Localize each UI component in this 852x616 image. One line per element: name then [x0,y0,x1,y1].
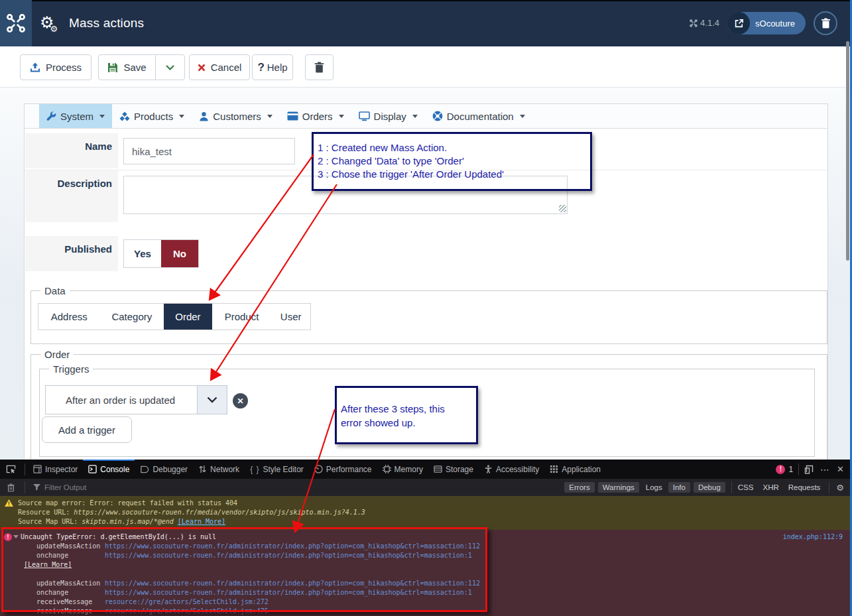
devtools-close-button[interactable]: ✕ [837,464,844,474]
devtools-tab-network[interactable]: Network [193,460,245,479]
separator [25,463,25,475]
error-count-badge[interactable]: ! 1 [776,465,793,474]
monitor-icon [359,111,370,121]
published-no-button[interactable]: No [161,240,198,267]
trash-icon [7,483,15,492]
name-label: Name [25,133,118,168]
joomla-version-icon [690,19,698,27]
view-site-button[interactable]: sOcouture [727,12,806,34]
tab-orders[interactable]: Orders [280,104,351,128]
warning-resource-url: https://www.socouture-rouen.fr/media/ven… [74,509,365,516]
process-button[interactable]: Process [20,54,91,80]
chevron-down-icon [339,115,344,118]
annotation-box-steps: 1 : Created new Mass Action. 2 : Changed… [312,132,592,191]
page-title: Mass actions [69,16,144,31]
name-input[interactable] [123,138,295,164]
tab-documentation[interactable]: Documentation [425,104,532,128]
settings-gear-icon[interactable]: ⚙ [836,483,844,493]
published-label: Published [25,236,118,271]
data-fieldset: Data Address Category Order Product User [30,290,827,344]
trash-icon [821,18,831,29]
published-yes-button[interactable]: Yes [124,240,161,267]
lifebuoy-icon [432,111,443,121]
data-type-order[interactable]: Order [164,304,212,330]
header-trash-button[interactable] [814,11,837,35]
wrench-icon [46,111,56,121]
gauge-icon [314,465,323,473]
delete-button[interactable] [305,54,334,80]
separator [829,481,829,493]
select-chevron[interactable] [197,386,227,414]
devtools-tab-inspector[interactable]: Inspector [28,460,83,479]
error-badge-icon: ! [776,465,785,474]
user-icon [199,111,209,121]
triggers-legend: Triggers [49,363,93,375]
data-type-category[interactable]: Category [100,304,164,330]
filter-placeholder: Filter Output [44,483,86,491]
tab-customers[interactable]: Customers [192,104,280,128]
data-type-address[interactable]: Address [38,304,100,330]
chevron-down-icon [520,115,525,118]
devtools-tab-console[interactable]: Console [83,460,135,479]
x-icon [198,64,206,72]
chevron-down-icon [207,397,217,403]
filter-info[interactable]: Info [668,482,690,493]
devtools-tab-accessibility[interactable]: Accessibility [479,460,544,479]
filter-input[interactable]: Filter Output [33,483,564,491]
filter-logs[interactable]: Logs [642,482,666,493]
chevron-down-icon [166,65,174,70]
data-type-user[interactable]: User [271,304,310,330]
save-dropdown-toggle[interactable] [155,54,185,80]
external-link-icon [727,12,750,34]
data-type-product[interactable]: Product [212,304,272,330]
published-toggle: Yes No [123,239,199,268]
help-button[interactable]: ? Help [252,54,293,80]
cancel-button[interactable]: Cancel [189,54,250,80]
trash-icon [314,62,324,73]
filter-requests[interactable]: Requests [785,482,824,493]
tab-products[interactable]: Products [112,104,192,128]
devtools-menu-button[interactable]: ⋯ [820,464,830,475]
tab-system[interactable]: System [39,104,112,128]
save-button[interactable]: Save [98,54,156,80]
learn-more-link[interactable]: [Learn More] [178,518,225,525]
filter-warnings[interactable]: Warnings [598,482,639,493]
clear-console-button[interactable] [0,483,22,492]
scrollbar-thumb[interactable] [846,41,849,261]
data-type-group: Address Category Order Product User [38,303,311,330]
error-location-link[interactable]: index.php:112:9 [783,532,843,542]
devtools-tab-application[interactable]: Application [544,460,606,479]
devtools-filterbar: Filter Output Errors Warnings Logs Info … [0,479,852,496]
filter-debug[interactable]: Debug [694,482,725,493]
responsive-mode-button[interactable] [804,465,814,474]
responsive-icon [804,465,814,474]
remove-trigger-button[interactable]: ✕ [233,393,248,408]
devtools-tabbar: Inspector Console Debugger Network { } S… [0,460,852,479]
devtools-tab-memory[interactable]: Memory [377,460,428,479]
console-warning: Source map error: Error: request failed … [0,496,852,530]
question-icon: ? [257,61,264,74]
tab-display[interactable]: Display [351,104,425,128]
devtools-tab-style-editor[interactable]: { } Style Editor [245,460,309,479]
filter-icon [33,484,40,491]
joomla-logo[interactable] [0,0,32,46]
storage-icon [434,465,442,473]
filter-xhr[interactable]: XHR [759,482,782,493]
site-name: sOcouture [755,19,795,29]
pick-element-button[interactable] [0,464,22,474]
save-icon [107,62,118,73]
window-top-edge [0,0,852,1]
console-icon [88,465,97,473]
debugger-icon [140,465,149,473]
devtools-tab-debugger[interactable]: Debugger [135,460,193,479]
chevron-down-icon [267,115,273,118]
trigger-select[interactable]: After an order is updated [45,385,227,414]
add-trigger-button[interactable]: Add a trigger [42,416,132,443]
chip-icon [383,465,391,473]
filter-errors[interactable]: Errors [564,482,594,493]
devtools-tab-storage[interactable]: Storage [428,460,479,479]
filter-css[interactable]: CSS [735,482,757,493]
trigger-select-value: After an order is updated [46,395,197,406]
resize-grip[interactable] [559,205,566,212]
devtools-tab-performance[interactable]: Performance [309,460,377,479]
